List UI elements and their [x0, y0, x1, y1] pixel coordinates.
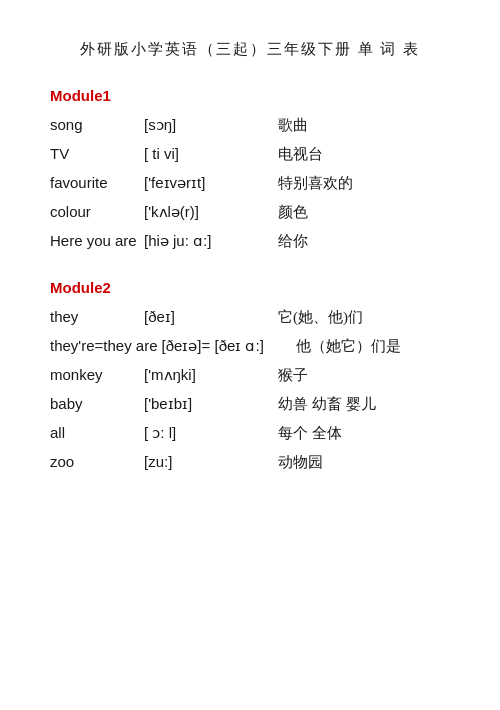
word-row: monkey['mʌŋki]猴子 [50, 366, 450, 385]
word-phonetic: [ðeɪ] [144, 308, 274, 326]
word-phonetic: [hiə ju: ɑ:] [144, 232, 274, 250]
word-row: song[sɔŋ]歌曲 [50, 116, 450, 135]
word-phonetic: [ ɔ: l] [144, 424, 274, 442]
word-row: TV[ ti vi]电视台 [50, 145, 450, 164]
word-english: all [50, 424, 140, 441]
module-section-module2: Module2they[ðeɪ]它(她、他)们they're=they are[… [50, 279, 450, 472]
word-chinese: 动物园 [278, 453, 323, 472]
page-title: 外研版小学英语（三起）三年级下册 单 词 表 [50, 40, 450, 59]
word-english: monkey [50, 366, 140, 383]
word-phonetic: ['kʌlə(r)] [144, 203, 274, 221]
word-english: TV [50, 145, 140, 162]
word-chinese: 给你 [278, 232, 308, 251]
word-row: favourite['feɪvərɪt]特别喜欢的 [50, 174, 450, 193]
word-row: all[ ɔ: l]每个 全体 [50, 424, 450, 443]
word-row: they[ðeɪ]它(她、他)们 [50, 308, 450, 327]
word-english: baby [50, 395, 140, 412]
word-chinese: 歌曲 [278, 116, 308, 135]
word-phonetic: [ ti vi] [144, 145, 274, 162]
word-phonetic: ['mʌŋki] [144, 366, 274, 384]
word-chinese: 电视台 [278, 145, 323, 164]
word-phonetic: [ðeɪə]= [ðeɪ ɑ:] [162, 337, 292, 355]
word-row: colour['kʌlə(r)]颜色 [50, 203, 450, 222]
word-row: they're=they are[ðeɪə]= [ðeɪ ɑ:]他（她它）们是 [50, 337, 450, 356]
word-chinese: 每个 全体 [278, 424, 342, 443]
word-row: baby['beɪbɪ]幼兽 幼畜 婴儿 [50, 395, 450, 414]
module-section-module1: Module1song[sɔŋ]歌曲TV[ ti vi]电视台favourite… [50, 87, 450, 251]
word-chinese: 猴子 [278, 366, 308, 385]
word-english: they [50, 308, 140, 325]
page-container: 外研版小学英语（三起）三年级下册 单 词 表 Module1song[sɔŋ]歌… [50, 40, 450, 472]
word-chinese: 它(她、他)们 [278, 308, 363, 327]
word-english: Here you are [50, 232, 140, 249]
word-english: zoo [50, 453, 140, 470]
word-english: they're=they are [50, 337, 158, 354]
module-title-module2: Module2 [50, 279, 450, 296]
word-phonetic: ['beɪbɪ] [144, 395, 274, 413]
word-chinese: 特别喜欢的 [278, 174, 353, 193]
module-title-module1: Module1 [50, 87, 450, 104]
word-phonetic: [sɔŋ] [144, 116, 274, 134]
word-row: Here you are[hiə ju: ɑ:]给你 [50, 232, 450, 251]
word-chinese: 他（她它）们是 [296, 337, 401, 356]
modules-container: Module1song[sɔŋ]歌曲TV[ ti vi]电视台favourite… [50, 87, 450, 472]
word-row: zoo[zu:]动物园 [50, 453, 450, 472]
word-phonetic: ['feɪvərɪt] [144, 174, 274, 192]
word-chinese: 幼兽 幼畜 婴儿 [278, 395, 376, 414]
word-english: song [50, 116, 140, 133]
word-phonetic: [zu:] [144, 453, 274, 470]
word-english: favourite [50, 174, 140, 191]
word-english: colour [50, 203, 140, 220]
word-chinese: 颜色 [278, 203, 308, 222]
